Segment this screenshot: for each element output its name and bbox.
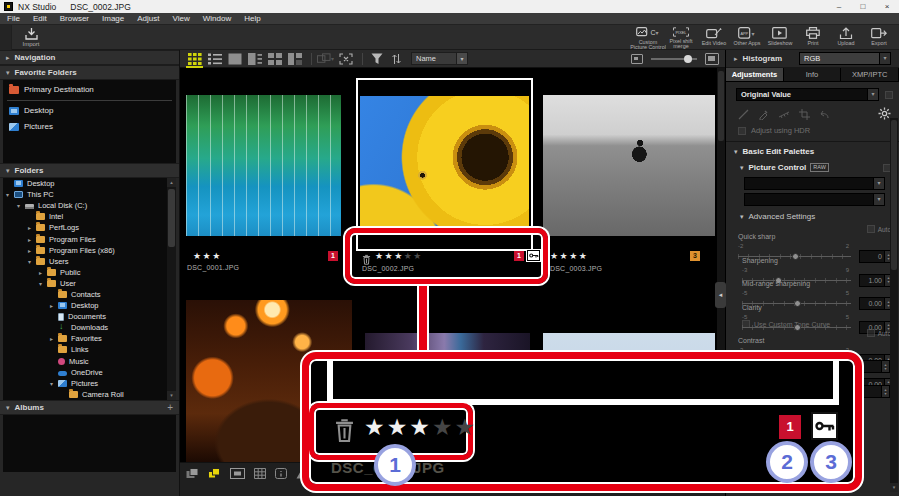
grid-view-button[interactable] bbox=[186, 52, 203, 66]
label-badge[interactable]: 1 bbox=[328, 251, 338, 261]
folder-tree-item-local-disk-c-[interactable]: ▾Local Disk (C:) bbox=[3, 200, 176, 211]
list-view-button[interactable] bbox=[206, 52, 223, 66]
auto-checkbox[interactable]: Auto bbox=[867, 329, 891, 337]
sort-direction-icon[interactable] bbox=[388, 52, 405, 66]
basic-edit-palettes-header[interactable]: ▾ Basic Edit Palettes bbox=[726, 142, 899, 158]
folder-tree-item-this-pc[interactable]: ▾This PC bbox=[3, 189, 176, 200]
expander-icon[interactable]: ▾ bbox=[6, 191, 14, 198]
large-thumbnail-icon[interactable] bbox=[705, 53, 719, 65]
single-view-button[interactable] bbox=[226, 52, 243, 66]
menu-view[interactable]: View bbox=[173, 14, 190, 23]
folder-tree-item-perflogs[interactable]: ▸PerfLogs bbox=[3, 222, 176, 233]
minimize-button[interactable]: – bbox=[827, 0, 851, 13]
expander-icon[interactable]: ▸ bbox=[6, 54, 10, 62]
menu-window[interactable]: Window bbox=[203, 14, 231, 23]
undo-icon[interactable] bbox=[819, 106, 830, 124]
grid-icon[interactable] bbox=[254, 468, 266, 479]
retouch-brush-icon[interactable] bbox=[738, 106, 749, 124]
expander-icon[interactable]: ▸ bbox=[50, 302, 58, 309]
checkbox-icon[interactable] bbox=[742, 320, 750, 328]
folder-tree-item-users[interactable]: ▾Users bbox=[3, 256, 176, 267]
star-icon[interactable]: ★ bbox=[455, 414, 478, 440]
expander-icon[interactable]: ▸ bbox=[28, 224, 36, 231]
star-icon[interactable]: ★ bbox=[364, 414, 387, 440]
print-button[interactable]: Print bbox=[796, 25, 829, 50]
tab-info[interactable]: Info bbox=[784, 68, 842, 81]
scroll-down-icon[interactable]: ▾ bbox=[890, 483, 898, 492]
folder-tree-item-user[interactable]: ▾User bbox=[3, 278, 176, 289]
folder-tree-item-downloads[interactable]: Downloads bbox=[3, 322, 176, 333]
folder-tree-item-intel[interactable]: Intel bbox=[3, 211, 176, 222]
expander-icon[interactable]: ▾ bbox=[6, 69, 10, 77]
picture-control-select-2[interactable]: ▾ bbox=[744, 193, 885, 206]
aspect-icon[interactable] bbox=[230, 468, 245, 479]
menu-help[interactable]: Help bbox=[244, 14, 260, 23]
expander-icon[interactable]: ▾ bbox=[17, 202, 25, 209]
expander-icon[interactable]: ▾ bbox=[39, 280, 47, 287]
folder-tree-item-program-files-x86-[interactable]: ▸Program Files (x86) bbox=[3, 245, 176, 256]
folders-section-header[interactable]: ▾ Folders bbox=[0, 163, 179, 178]
compare-images-button[interactable]: ▾ bbox=[317, 52, 334, 66]
expander-icon[interactable]: ▾ bbox=[740, 213, 744, 221]
filter-button[interactable] bbox=[368, 52, 385, 66]
other-apps-button[interactable]: APP▾ Other Apps bbox=[730, 25, 763, 50]
star-icon[interactable]: ★ bbox=[560, 251, 570, 261]
folder-tree-item-desktop[interactable]: ▸Desktop bbox=[3, 300, 176, 311]
chevron-down-icon[interactable]: ▾ bbox=[873, 194, 884, 205]
menu-file[interactable]: File bbox=[7, 14, 20, 23]
menu-adjust[interactable]: Adjust bbox=[137, 14, 159, 23]
export-button[interactable]: Export bbox=[862, 25, 895, 50]
slideshow-button[interactable]: Slideshow bbox=[763, 25, 796, 50]
filter-stack-yellow-icon[interactable] bbox=[208, 468, 221, 479]
fit-to-screen-button[interactable] bbox=[337, 52, 354, 66]
sort-select[interactable]: Name ▾ bbox=[411, 52, 468, 65]
chevron-down-icon[interactable]: ▾ bbox=[456, 53, 467, 64]
folder-tree-item-desktop[interactable]: Desktop bbox=[3, 178, 176, 189]
thumbnail-size-slider[interactable] bbox=[651, 58, 697, 60]
expander-icon[interactable]: ▸ bbox=[39, 269, 47, 276]
import-button[interactable]: Import bbox=[14, 26, 48, 49]
close-button[interactable]: × bbox=[875, 0, 899, 13]
filmstrip-view-button[interactable] bbox=[286, 52, 303, 66]
thumbnail-image-dsc0003[interactable] bbox=[543, 95, 715, 236]
expander-icon[interactable]: ▾ bbox=[50, 380, 58, 387]
info-icon[interactable] bbox=[275, 468, 287, 479]
star-icon[interactable]: ★ bbox=[432, 414, 455, 440]
small-thumbnail-icon[interactable] bbox=[631, 54, 643, 64]
thumbnail-image-dsc0002[interactable] bbox=[360, 96, 529, 235]
expander-icon[interactable]: ▸ bbox=[28, 247, 36, 254]
chevron-down-icon[interactable]: ▾ bbox=[879, 53, 890, 64]
channel-select[interactable]: RGB ▾ bbox=[799, 52, 891, 65]
chevron-down-icon[interactable]: ▾ bbox=[867, 89, 878, 100]
expander-icon[interactable]: ▾ bbox=[734, 148, 738, 156]
expander-icon[interactable]: ▾ bbox=[6, 167, 10, 175]
folder-tree-item-public[interactable]: ▸Public bbox=[3, 267, 176, 278]
expander-icon[interactable]: ▾ bbox=[28, 258, 36, 265]
folder-tree-item-music[interactable]: Music bbox=[3, 356, 176, 367]
slider-thumb[interactable] bbox=[684, 55, 692, 63]
star-icon[interactable]: ★ bbox=[409, 414, 432, 440]
expander-icon[interactable]: ▸ bbox=[734, 55, 738, 63]
advanced-settings-header[interactable]: ▾ Advanced Settings bbox=[726, 206, 899, 223]
add-album-button[interactable]: + bbox=[167, 402, 173, 413]
auto-checkbox[interactable]: Auto bbox=[867, 225, 891, 233]
edit-video-button[interactable]: Edit Video bbox=[697, 25, 730, 50]
scroll-down-icon[interactable]: ▾ bbox=[167, 391, 176, 400]
tab-xmp-iptc[interactable]: XMP/IPTC bbox=[841, 68, 899, 81]
star-icon[interactable]: ★ bbox=[569, 251, 579, 261]
folders-scrollbar[interactable]: ▴ ▾ bbox=[167, 178, 176, 400]
expander-icon[interactable]: ▸ bbox=[50, 335, 58, 342]
favorite-item-pictures[interactable]: Pictures bbox=[3, 120, 176, 133]
preset-checkbox[interactable] bbox=[885, 91, 893, 99]
expander-icon[interactable]: ▸ bbox=[28, 236, 36, 243]
folder-tree-item-favorites[interactable]: ▸Favorites bbox=[3, 333, 176, 344]
scroll-up-icon[interactable]: ▴ bbox=[167, 178, 176, 187]
folder-tree-item-camera-roll[interactable]: Camera Roll bbox=[3, 389, 176, 400]
histogram-header[interactable]: ▸ Histogram RGB ▾ bbox=[726, 50, 899, 68]
star-icon[interactable]: ★ bbox=[193, 251, 203, 261]
menu-edit[interactable]: Edit bbox=[33, 14, 47, 23]
navigation-section-header[interactable]: ▸ Navigation bbox=[0, 50, 179, 65]
scrollbar-thumb[interactable] bbox=[891, 120, 897, 270]
tab-adjustments[interactable]: Adjustments bbox=[726, 68, 784, 81]
albums-section-header[interactable]: ▾ Albums + bbox=[0, 400, 179, 415]
